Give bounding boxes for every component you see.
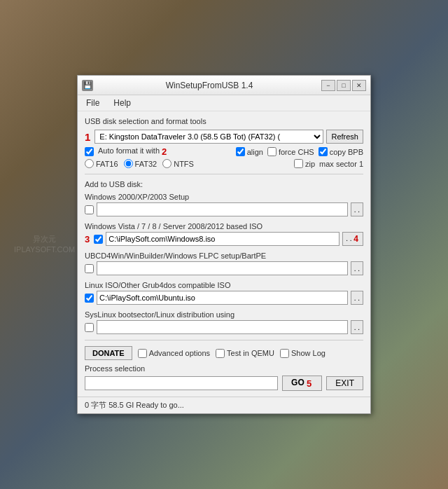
divider-1 [85, 174, 363, 174]
iso-title-win2000: Windows 2000/XP/2003 Setup [85, 193, 363, 201]
bottom-options-row: DONATE Advanced options Test in QEMU Sho… [85, 346, 363, 360]
help-menu[interactable]: Help [111, 97, 134, 109]
browse-button-syslinux[interactable]: . . [351, 320, 363, 334]
iso-row-winvista: 3 . . 4 [85, 232, 363, 246]
iso-input-linux[interactable] [97, 291, 348, 305]
iso-input-ubcd[interactable] [97, 261, 348, 275]
copy-bpb-option: copy BPB [318, 147, 363, 156]
app-icon: 💾 [82, 80, 93, 91]
main-window: 💾 WinSetupFromUSB 1.4 − □ ✕ File Help US… [77, 75, 371, 413]
add-section-label: Add to USB disk: [85, 180, 363, 188]
iso-title-ubcd: UBCD4Win/WinBuilder/Windows FLPC setup/B… [85, 252, 363, 260]
max-sector-option: max sector 1 [319, 160, 363, 168]
process-input[interactable] [85, 376, 278, 390]
advanced-option: Advanced options [138, 349, 210, 358]
fat32-label: FAT32 [135, 160, 158, 168]
iso-row-win2000: . . [85, 202, 363, 216]
copy-bpb-checkbox[interactable] [318, 147, 328, 156]
browse-button-win2000[interactable]: . . [351, 202, 363, 216]
status-text: 0 字节 58.5 GI Ready to go... [85, 401, 184, 409]
auto-format-label: Auto format it with 2 [98, 146, 168, 157]
force-chs-label: force CHS [279, 148, 314, 156]
show-log-checkbox[interactable] [280, 349, 289, 358]
ntfs-option: NTFS [162, 159, 194, 168]
num-badge-5: 5 [307, 378, 312, 389]
iso-title-syslinux: SysLinux bootsector/Linux distribution u… [85, 310, 363, 319]
zip-label: zip [305, 160, 315, 168]
force-chs-option: force CHS [267, 147, 314, 156]
copy-bpb-label: copy BPB [330, 148, 363, 156]
close-button[interactable]: ✕ [352, 80, 366, 91]
iso-input-win2000[interactable] [97, 202, 348, 216]
content-area: USB disk selection and format tools 1 E:… [78, 111, 370, 396]
fat32-option: FAT32 [124, 159, 158, 168]
disk-selection-row: 1 E: Kingston DataTraveler 3.0 (58.5 GB … [85, 130, 363, 144]
window-title: WinSetupFromUSB 1.4 [97, 81, 321, 90]
divider-2 [85, 340, 363, 340]
align-label: align [247, 148, 263, 156]
donate-button[interactable]: DONATE [85, 346, 132, 360]
refresh-button[interactable]: Refresh [326, 130, 363, 144]
iso-checkbox-win2000[interactable] [85, 205, 94, 214]
format-type-row: FAT16 FAT32 NTFS zip max sector 1 [85, 159, 363, 168]
maximize-button[interactable]: □ [337, 80, 351, 91]
showlog-option: Show Log [280, 349, 326, 358]
zip-checkbox[interactable] [294, 159, 303, 168]
force-chs-checkbox[interactable] [267, 147, 276, 156]
zip-option: zip [294, 159, 315, 168]
auto-format-checkbox[interactable] [85, 147, 94, 156]
browse-button-linux[interactable]: . . [351, 291, 363, 305]
go-button[interactable]: GO 5 [282, 376, 322, 390]
num-badge-4: 4 [354, 234, 358, 244]
iso-title-winvista: Windows Vista / 7 / 8 / Server 2008/2012… [85, 222, 363, 230]
fat16-radio[interactable] [85, 159, 94, 168]
iso-row-linux: . . [85, 291, 363, 305]
disk-section-label: USB disk selection and format tools [85, 117, 363, 125]
statusbar: 0 字节 58.5 GI Ready to go... [78, 397, 370, 413]
fat16-option: FAT16 [85, 159, 118, 168]
iso-entry-ubcd: UBCD4Win/WinBuilder/Windows FLPC setup/B… [85, 252, 363, 275]
iso-entry-winvista: Windows Vista / 7 / 8 / Server 2008/2012… [85, 222, 363, 246]
iso-row-ubcd: . . [85, 261, 363, 275]
show-log-label: Show Log [291, 349, 326, 357]
fat16-label: FAT16 [96, 160, 118, 168]
iso-entry-syslinux: SysLinux bootsector/Linux distribution u… [85, 310, 363, 334]
qemu-label: Test in QEMU [227, 349, 274, 357]
ntfs-radio[interactable] [162, 159, 172, 168]
minimize-button[interactable]: − [321, 80, 335, 91]
align-checkbox[interactable] [236, 147, 245, 156]
file-menu[interactable]: File [83, 97, 102, 109]
advanced-checkbox[interactable] [138, 349, 147, 358]
iso-title-linux: Linux ISO/Other Grub4dos compatible ISO [85, 281, 363, 289]
process-label: Process selection [85, 364, 363, 373]
iso-checkbox-linux[interactable] [85, 294, 94, 303]
menubar: File Help [78, 95, 370, 111]
exit-button[interactable]: EXIT [326, 376, 363, 390]
align-option: align [236, 147, 263, 156]
num-badge-1: 1 [85, 131, 90, 143]
qemu-option: Test in QEMU [216, 349, 274, 358]
ntfs-label: NTFS [174, 160, 194, 168]
disk-dropdown[interactable]: E: Kingston DataTraveler 3.0 (58.5 GB To… [94, 130, 323, 144]
fat32-radio[interactable] [124, 159, 133, 168]
iso-row-syslinux: . . [85, 320, 363, 334]
browse-button-ubcd[interactable]: . . [351, 261, 363, 275]
iso-input-syslinux[interactable] [97, 320, 348, 334]
titlebar: 💾 WinSetupFromUSB 1.4 − □ ✕ [78, 76, 370, 95]
qemu-checkbox[interactable] [216, 349, 225, 358]
titlebar-buttons: − □ ✕ [321, 80, 366, 91]
iso-checkbox-syslinux[interactable] [85, 323, 94, 332]
num-badge-3: 3 [85, 234, 90, 245]
num-badge-2: 2 [162, 146, 167, 157]
format-row: Auto format it with 2 align force CHS co… [85, 146, 363, 157]
iso-input-winvista[interactable] [106, 232, 340, 246]
iso-entry-linux: Linux ISO/Other Grub4dos compatible ISO … [85, 281, 363, 305]
watermark: 异次元 IPLAYSOFT.COM [14, 234, 75, 256]
max-sector-value: 1 [359, 160, 363, 168]
max-sector-label: max sector [319, 160, 357, 168]
advanced-label: Advanced options [149, 349, 210, 357]
iso-checkbox-winvista[interactable] [94, 235, 103, 244]
browse-button-winvista[interactable]: . . 4 [342, 232, 363, 246]
iso-entry-win2000: Windows 2000/XP/2003 Setup . . [85, 193, 363, 216]
iso-checkbox-ubcd[interactable] [85, 264, 94, 273]
